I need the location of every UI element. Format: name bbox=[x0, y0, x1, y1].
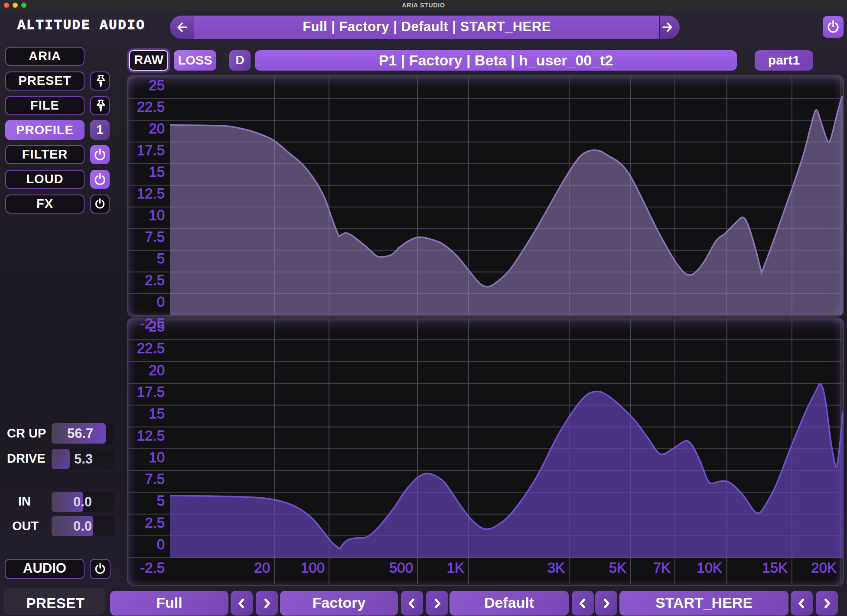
svg-text:20K: 20K bbox=[811, 560, 837, 576]
svg-text:7K: 7K bbox=[653, 560, 671, 576]
svg-text:15: 15 bbox=[149, 405, 165, 421]
svg-text:12.5: 12.5 bbox=[137, 185, 165, 201]
svg-text:12.5: 12.5 bbox=[137, 428, 165, 444]
svg-text:15: 15 bbox=[149, 164, 165, 180]
svg-text:3K: 3K bbox=[547, 560, 565, 576]
svg-text:15K: 15K bbox=[762, 560, 788, 576]
svg-text:7.5: 7.5 bbox=[145, 229, 165, 245]
svg-text:1K: 1K bbox=[447, 560, 464, 576]
svg-text:0: 0 bbox=[157, 536, 165, 552]
svg-text:2.5: 2.5 bbox=[145, 272, 165, 288]
svg-text:5K: 5K bbox=[609, 560, 626, 576]
svg-text:20: 20 bbox=[254, 560, 270, 576]
svg-text:5: 5 bbox=[157, 493, 165, 509]
svg-text:25: 25 bbox=[149, 77, 165, 93]
svg-text:17.5: 17.5 bbox=[137, 384, 165, 400]
svg-text:0: 0 bbox=[157, 294, 165, 310]
svg-text:20: 20 bbox=[149, 120, 165, 136]
svg-text:22.5: 22.5 bbox=[137, 99, 165, 115]
svg-text:500: 500 bbox=[389, 560, 413, 576]
svg-text:5: 5 bbox=[157, 250, 165, 266]
svg-text:10K: 10K bbox=[697, 560, 722, 576]
svg-text:25: 25 bbox=[149, 318, 165, 334]
svg-text:22.5: 22.5 bbox=[137, 340, 165, 356]
svg-text:-2.5: -2.5 bbox=[140, 560, 165, 576]
svg-text:7.5: 7.5 bbox=[145, 471, 165, 487]
svg-text:10: 10 bbox=[149, 207, 165, 223]
svg-text:20: 20 bbox=[149, 362, 165, 378]
svg-text:2.5: 2.5 bbox=[145, 515, 165, 531]
svg-text:10: 10 bbox=[149, 449, 165, 465]
svg-text:17.5: 17.5 bbox=[137, 142, 165, 158]
svg-text:100: 100 bbox=[301, 560, 325, 576]
